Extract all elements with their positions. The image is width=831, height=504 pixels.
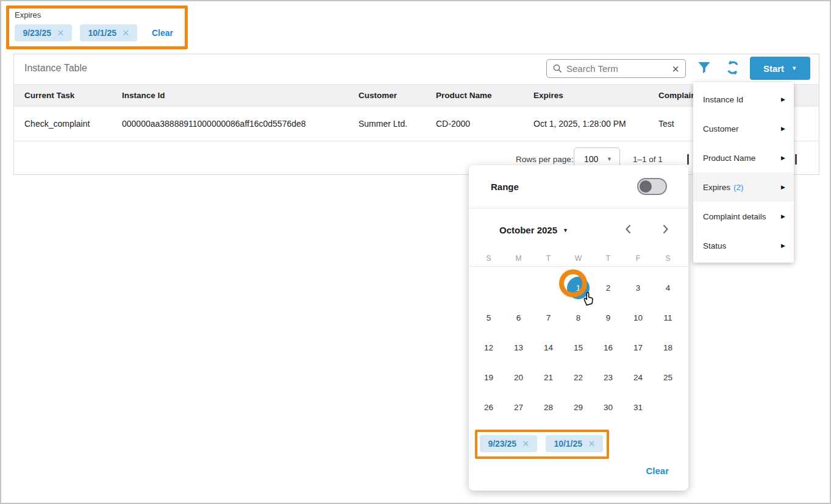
calendar-day[interactable]: 5 <box>474 303 504 333</box>
selected-dates-annotation-box: 9/23/25 × 10/1/25 × <box>475 430 609 459</box>
column-header[interactable]: Customer <box>358 85 397 106</box>
filter-chip-label: 10/1/25 <box>88 28 116 38</box>
calendar-empty-cell <box>533 273 563 303</box>
menu-item-product-name[interactable]: Product Name ▶ <box>693 143 794 172</box>
month-select[interactable]: October 2025 ▼ <box>499 225 568 235</box>
calendar-grid: 1 2 3 4 5 6 7 8 9 10 11 12 13 14 15 16 1… <box>474 273 683 422</box>
chevron-down-icon: ▼ <box>607 156 612 162</box>
calendar-day[interactable]: 28 <box>533 392 563 422</box>
filter-chip[interactable]: 9/23/25 × <box>15 24 72 41</box>
expires-filter-annotation-box: Expires 9/23/25 × 10/1/25 × Clear <box>6 5 188 49</box>
last-page-icon[interactable] <box>795 154 797 165</box>
menu-item-complaint-details[interactable]: Complaint details ▶ <box>693 202 794 231</box>
calendar-day[interactable]: 2 <box>593 273 623 303</box>
pagination-range-label: 1–1 of 1 <box>633 155 663 164</box>
chevron-right-icon: ▶ <box>781 243 785 249</box>
cell-complaint-details: Test <box>658 107 674 141</box>
filter-count-badge: (2) <box>733 183 744 192</box>
app-page: Expires 9/23/25 × 10/1/25 × Clear Instan… <box>0 0 831 504</box>
calendar-day[interactable]: 4 <box>653 273 683 303</box>
cell-expires: Oct 1, 2025, 1:28:00 PM <box>533 107 626 141</box>
weekday-header-row: SM TW TF S <box>474 251 683 266</box>
calendar-day[interactable]: 20 <box>504 363 533 392</box>
clear-filters-link[interactable]: Clear <box>152 24 173 41</box>
calendar-empty-cell <box>474 273 504 303</box>
column-header[interactable]: Expires <box>533 85 563 106</box>
date-chip[interactable]: 9/23/25 × <box>480 435 537 452</box>
calendar-day[interactable]: 31 <box>623 392 653 422</box>
calendar-day[interactable]: 17 <box>623 333 653 363</box>
chevron-down-icon: ▼ <box>563 227 568 233</box>
date-chip-label: 9/23/25 <box>488 439 516 449</box>
calendar-day[interactable]: 21 <box>533 363 563 392</box>
filter-chip[interactable]: 10/1/25 × <box>80 24 137 41</box>
calendar-day[interactable]: 27 <box>504 392 533 422</box>
cell-current-task: Check_complaint <box>24 107 90 141</box>
column-header[interactable]: Instance Id <box>122 85 165 106</box>
chevron-down-icon: ▼ <box>791 65 797 71</box>
cell-customer: Summer Ltd. <box>358 107 407 141</box>
calendar-day[interactable]: 3 <box>623 273 653 303</box>
filter-menu: Instance Id ▶ Customer ▶ Product Name ▶ … <box>693 82 794 263</box>
chevron-right-icon: ▶ <box>781 155 785 161</box>
range-label: Range <box>491 182 519 192</box>
calendar-empty-cell <box>653 392 683 422</box>
calendar-day[interactable]: 10 <box>623 303 653 333</box>
chevron-right-icon: ▶ <box>781 96 785 102</box>
date-chip[interactable]: 10/1/25 × <box>546 435 603 452</box>
refresh-icon[interactable] <box>725 60 741 76</box>
menu-item-status[interactable]: Status ▶ <box>693 231 794 260</box>
calendar-day[interactable]: 26 <box>474 392 504 422</box>
rows-per-page-label: Rows per page: <box>516 155 574 164</box>
chevron-right-icon: ▶ <box>781 213 785 219</box>
chevron-right-icon: ▶ <box>781 126 785 132</box>
toggle-knob <box>640 180 652 193</box>
first-page-icon[interactable] <box>687 154 689 165</box>
chip-remove-icon[interactable]: × <box>57 27 64 38</box>
date-picker-popup: Range October 2025 ▼ SM TW TF S 1 2 3 4 <box>469 165 688 491</box>
cell-product-name: CD-2000 <box>436 107 470 141</box>
expires-filter-label: Expires <box>15 10 41 20</box>
search-input[interactable] <box>566 63 668 74</box>
range-toggle[interactable] <box>637 178 667 195</box>
calendar-day[interactable]: 16 <box>593 333 623 363</box>
menu-item-instance-id[interactable]: Instance Id ▶ <box>693 85 794 114</box>
calendar-day[interactable]: 29 <box>563 392 593 422</box>
column-header[interactable]: Current Task <box>24 85 74 106</box>
calendar-day[interactable]: 6 <box>504 303 533 333</box>
chevron-right-icon: ▶ <box>781 184 785 190</box>
menu-item-customer[interactable]: Customer ▶ <box>693 114 794 143</box>
start-button[interactable]: Start ▼ <box>750 57 810 80</box>
calendar-day[interactable]: 22 <box>563 363 593 392</box>
filter-chip-label: 9/23/25 <box>23 28 51 38</box>
calendar-day[interactable]: 9 <box>593 303 623 333</box>
calendar-day-selected[interactable]: 1 <box>563 273 593 303</box>
previous-month-icon[interactable] <box>622 222 635 236</box>
chip-remove-icon[interactable]: × <box>123 27 129 38</box>
calendar-day[interactable]: 15 <box>563 333 593 363</box>
calendar-day[interactable]: 8 <box>563 303 593 333</box>
calendar-day[interactable]: 25 <box>653 363 683 392</box>
calendar-day[interactable]: 24 <box>623 363 653 392</box>
calendar-day[interactable]: 30 <box>593 392 623 422</box>
calendar-day[interactable]: 11 <box>653 303 683 333</box>
search-clear-icon[interactable]: × <box>672 63 679 75</box>
calendar-day[interactable]: 18 <box>653 333 683 363</box>
chip-remove-icon[interactable]: × <box>588 438 595 449</box>
next-month-icon[interactable] <box>658 222 672 236</box>
calendar-day[interactable]: 7 <box>533 303 563 333</box>
table-title: Instance Table <box>24 63 87 74</box>
calendar-day[interactable]: 14 <box>533 333 563 363</box>
calendar-day[interactable]: 12 <box>474 333 504 363</box>
menu-item-expires[interactable]: Expires (2) ▶ <box>693 172 794 202</box>
search-box[interactable]: × <box>546 59 686 78</box>
calendar-day[interactable]: 13 <box>504 333 533 363</box>
column-header[interactable]: Product Name <box>436 85 492 106</box>
calendar-empty-cell <box>504 273 533 303</box>
clear-dates-link[interactable]: Clear <box>646 466 669 476</box>
date-chip-label: 10/1/25 <box>554 439 582 449</box>
calendar-day[interactable]: 23 <box>593 363 623 392</box>
filter-icon[interactable] <box>697 61 711 74</box>
calendar-day[interactable]: 19 <box>474 363 504 392</box>
chip-remove-icon[interactable]: × <box>522 438 529 449</box>
